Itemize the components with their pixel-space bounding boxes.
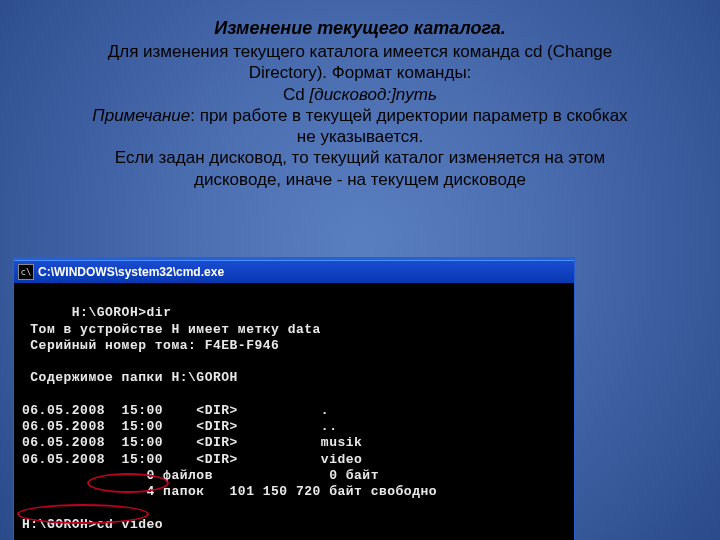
- window-title: C:\WINDOWS\system32\cmd.exe: [38, 265, 224, 279]
- cmd-icon: c\: [18, 264, 34, 280]
- slide-title: Изменение текущего каталога.: [0, 18, 720, 39]
- body-line-1: Для изменения текущего каталога имеется …: [108, 42, 613, 61]
- title-bar: c\ C:\WINDOWS\system32\cmd.exe: [14, 260, 574, 283]
- command-arg: [дисковод:]путь: [310, 85, 437, 104]
- body-line-3: : при работе в текущей директории параме…: [190, 106, 627, 125]
- cmd-window: c\ C:\WINDOWS\system32\cmd.exe H:\GOROH>…: [14, 258, 574, 540]
- slide: Изменение текущего каталога. Для изменен…: [0, 0, 720, 540]
- note-label: Примечание: [92, 106, 190, 125]
- slide-body: Для изменения текущего каталога имеется …: [0, 41, 720, 190]
- body-line-5: Если задан дисковод, то текущий каталог …: [115, 148, 605, 167]
- terminal-text: H:\GOROH>dir Том в устройстве H имеет ме…: [22, 305, 437, 540]
- terminal-output: H:\GOROH>dir Том в устройстве H имеет ме…: [14, 283, 574, 540]
- command-name: Cd: [283, 85, 309, 104]
- body-line-6: дисководе, иначе - на текущем дисководе: [194, 170, 526, 189]
- body-line-4: не указывается.: [297, 127, 423, 146]
- body-line-2: Directory). Формат команды:: [249, 63, 472, 82]
